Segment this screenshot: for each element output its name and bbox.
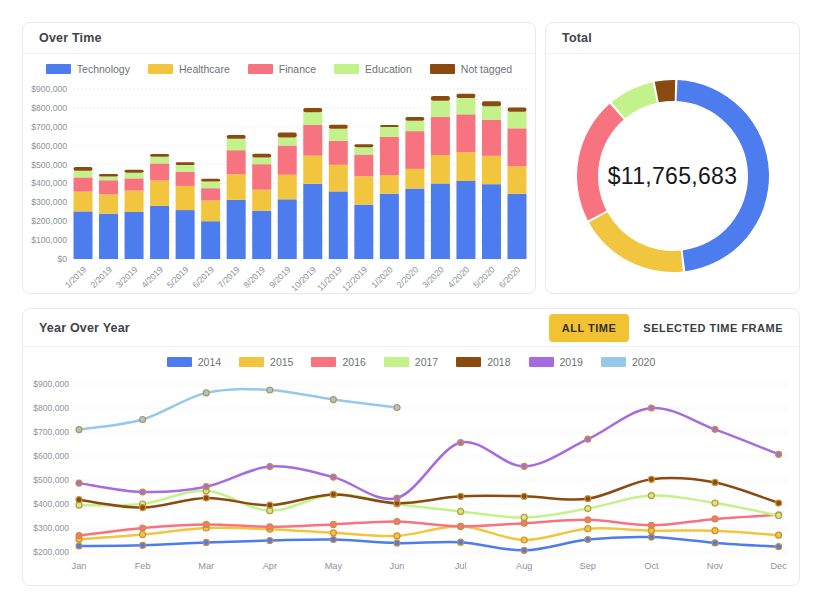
legend-item-2017[interactable]: 2017 (384, 356, 438, 368)
data-point[interactable] (458, 523, 464, 529)
data-point[interactable] (712, 500, 718, 506)
data-point[interactable] (76, 497, 82, 503)
data-point[interactable] (267, 524, 273, 530)
data-point[interactable] (330, 521, 336, 527)
data-point[interactable] (585, 496, 591, 502)
legend-item-education[interactable]: Education (334, 63, 412, 75)
legend-item-technology[interactable]: Technology (46, 63, 130, 75)
data-point[interactable] (203, 521, 209, 527)
data-point[interactable] (330, 474, 336, 480)
data-point[interactable] (394, 495, 400, 501)
data-point[interactable] (203, 484, 209, 490)
data-point[interactable] (330, 397, 336, 403)
bar-stack-12-2019[interactable] (354, 144, 373, 259)
data-point[interactable] (776, 451, 782, 457)
bar-stack-2-2019[interactable] (99, 174, 118, 259)
data-point[interactable] (712, 516, 718, 522)
legend-item-2014[interactable]: 2014 (167, 356, 221, 368)
bar-stack-6-2020[interactable] (508, 108, 527, 259)
all-time-button[interactable]: ALL TIME (549, 314, 630, 342)
data-point[interactable] (585, 436, 591, 442)
data-point[interactable] (267, 464, 273, 470)
data-point[interactable] (648, 522, 654, 528)
data-point[interactable] (203, 390, 209, 396)
bar-stack-1-2019[interactable] (74, 167, 93, 259)
bar-stack-7-2019[interactable] (227, 135, 246, 259)
bar-stack-5-2019[interactable] (176, 162, 195, 259)
data-point[interactable] (330, 491, 336, 497)
data-point[interactable] (521, 514, 527, 520)
data-point[interactable] (776, 532, 782, 538)
data-point[interactable] (76, 427, 82, 433)
data-point[interactable] (521, 547, 527, 553)
data-point[interactable] (267, 537, 273, 543)
line-series-2020[interactable] (76, 387, 400, 433)
line-series-2014[interactable] (76, 534, 782, 553)
data-point[interactable] (712, 479, 718, 485)
data-point[interactable] (394, 519, 400, 525)
data-point[interactable] (712, 540, 718, 546)
legend-item-2015[interactable]: 2015 (239, 356, 293, 368)
bar-stack-4-2020[interactable] (456, 94, 475, 259)
data-point[interactable] (648, 493, 654, 499)
bar-stack-1-2020[interactable] (380, 125, 399, 259)
bar-stack-6-2019[interactable] (201, 179, 220, 259)
data-point[interactable] (458, 440, 464, 446)
legend-item-finance[interactable]: Finance (248, 63, 316, 75)
data-point[interactable] (648, 534, 654, 540)
data-point[interactable] (267, 387, 273, 393)
data-point[interactable] (140, 489, 146, 495)
data-point[interactable] (140, 542, 146, 548)
legend-item-2020[interactable]: 2020 (601, 356, 655, 368)
data-point[interactable] (712, 426, 718, 432)
data-point[interactable] (76, 543, 82, 549)
legend-item-not-tagged[interactable]: Not tagged (430, 63, 512, 75)
data-point[interactable] (203, 539, 209, 545)
data-point[interactable] (330, 530, 336, 536)
data-point[interactable] (140, 505, 146, 511)
data-point[interactable] (648, 405, 654, 411)
data-point[interactable] (76, 480, 82, 486)
bar-stack-5-2020[interactable] (482, 101, 501, 259)
data-point[interactable] (712, 528, 718, 534)
data-point[interactable] (458, 493, 464, 499)
line-series-2019[interactable] (76, 405, 782, 501)
line-series-2016[interactable] (76, 512, 782, 539)
data-point[interactable] (458, 508, 464, 514)
bar-stack-9-2019[interactable] (278, 132, 297, 259)
year-over-year-line-chart[interactable]: $200,000$300,000$400,000$500,000$600,000… (29, 372, 793, 578)
legend-item-2019[interactable]: 2019 (529, 356, 583, 368)
data-point[interactable] (521, 537, 527, 543)
data-point[interactable] (330, 537, 336, 543)
legend-item-2018[interactable]: 2018 (456, 356, 510, 368)
data-point[interactable] (76, 533, 82, 539)
data-point[interactable] (394, 405, 400, 411)
data-point[interactable] (648, 476, 654, 482)
data-point[interactable] (776, 544, 782, 550)
data-point[interactable] (521, 520, 527, 526)
bar-stack-4-2019[interactable] (150, 154, 169, 259)
bar-stack-10-2019[interactable] (303, 108, 322, 259)
data-point[interactable] (585, 537, 591, 543)
bar-stack-3-2019[interactable] (125, 170, 144, 259)
data-point[interactable] (458, 539, 464, 545)
data-point[interactable] (267, 502, 273, 508)
data-point[interactable] (140, 525, 146, 531)
data-point[interactable] (140, 417, 146, 423)
data-point[interactable] (521, 463, 527, 469)
bar-stack-11-2019[interactable] (329, 125, 348, 259)
data-point[interactable] (394, 533, 400, 539)
data-point[interactable] (776, 500, 782, 506)
data-point[interactable] (585, 526, 591, 532)
data-point[interactable] (521, 493, 527, 499)
selected-time-frame-button[interactable]: SELECTED TIME FRAME (641, 314, 785, 342)
data-point[interactable] (585, 517, 591, 523)
data-point[interactable] (776, 513, 782, 519)
bar-stack-3-2020[interactable] (431, 96, 450, 259)
legend-item-2016[interactable]: 2016 (311, 356, 365, 368)
data-point[interactable] (140, 531, 146, 537)
data-point[interactable] (394, 540, 400, 546)
over-time-stacked-bar-chart[interactable]: $0$100,000$200,000$300,000$400,000$500,0… (27, 79, 533, 293)
data-point[interactable] (203, 495, 209, 501)
data-point[interactable] (585, 506, 591, 512)
